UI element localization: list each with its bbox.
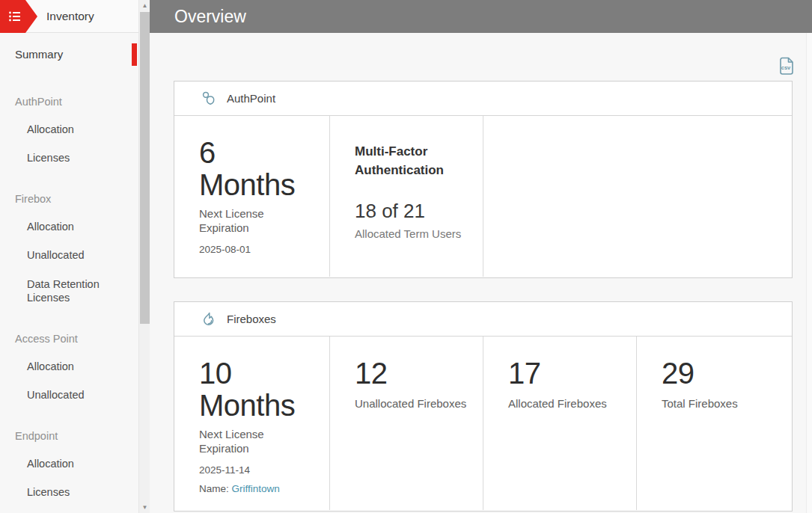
content-scrollbar[interactable] [806,33,812,513]
sidebar-section-access-point: Access Point Allocation Unallocated [0,333,137,402]
allocated-fireboxes-cell: 17 Allocated Fireboxes [483,337,637,510]
inventory-pennant[interactable] [0,0,37,33]
expiration-unit: Months [199,390,316,422]
csv-file-icon: csv [776,55,796,76]
expiration-unit: Months [199,169,316,201]
expiration-number: 6 [199,137,316,169]
sidebar-title: Inventory [46,0,94,33]
authpoint-empty-cell [483,116,792,277]
authpoint-expiration-date: 2025-08-01 [199,244,316,255]
unallocated-fireboxes-value: 12 [355,357,469,390]
sidebar-item-firebox-allocation[interactable]: Allocation [0,220,132,233]
svg-text:csv: csv [781,64,791,71]
fireboxes-expiration-cell: 10 Months Next License Expiration 2025-1… [174,337,330,510]
authpoint-expiration-cell: 6 Months Next License Expiration 2025-08… [174,116,330,277]
sidebar-item-access-point-allocation[interactable]: Allocation [0,360,132,373]
page-title: Overview [150,0,812,33]
selected-indicator [132,43,137,66]
sidebar-item-firebox-unallocated[interactable]: Unallocated [0,248,132,262]
fireboxes-card: Fireboxes 10 Months Next License Expirat… [174,301,793,512]
fireboxes-expiration-date: 2025-11-14 [199,464,316,476]
sidebar-item-firebox-data-retention-licenses[interactable]: Data Retention Licenses [0,277,132,304]
authpoint-users-icon [199,90,217,108]
fireboxes-card-body: 10 Months Next License Expiration 2025-1… [174,337,792,510]
authpoint-expiration-label: Next License Expiration [199,207,293,236]
sidebar-section-firebox: Firebox Allocation Unallocated Data Rete… [0,193,137,304]
fireboxes-card-header: Fireboxes [174,302,792,337]
fireboxes-expiration-value: 10 Months [199,357,316,422]
sidebar-item-summary[interactable]: Summary [0,42,137,67]
total-fireboxes-value: 29 [662,357,778,390]
sidebar-item-endpoint-allocation[interactable]: Allocation [0,457,132,470]
mfa-title: Multi-Factor Authentication [355,143,467,179]
sidebar-scrollbar-thumb[interactable] [140,12,150,324]
authpoint-card-body: 6 Months Next License Expiration 2025-08… [174,116,792,277]
list-menu-icon [6,7,24,25]
total-fireboxes-cell: 29 Total Fireboxes [637,337,792,510]
scroll-up-arrow-icon[interactable]: ▲ [139,0,150,11]
authpoint-card: AuthPoint 6 Months Next License Expirati… [174,81,793,278]
firebox-flame-icon [199,310,217,328]
mfa-label: Allocated Term Users [355,227,469,240]
page-header: Overview [150,0,812,33]
content-area: csv AuthPoint 6 Months Next License Expi… [150,33,812,513]
export-csv-button[interactable]: csv [776,55,796,76]
authpoint-card-header: AuthPoint [174,82,792,116]
sidebar-item-label: Summary [15,48,63,61]
authpoint-mfa-cell: Multi-Factor Authentication 18 of 21 All… [330,116,483,277]
sidebar-scrollbar[interactable]: ▲ ▼ [138,0,150,513]
device-name-link[interactable]: Griffintown [232,483,280,494]
device-name-label: Name: [199,483,229,494]
sidebar-section-label: Endpoint [0,430,137,442]
sidebar-section-endpoint: Endpoint Allocation Licenses [0,430,137,499]
expiration-number: 10 [199,357,316,390]
total-fireboxes-label: Total Fireboxes [662,397,775,411]
sidebar-nav: Summary AuthPoint Allocation Licenses Fi… [0,33,150,499]
authpoint-card-title: AuthPoint [227,92,275,105]
sidebar-header: Inventory [0,0,150,33]
sidebar: Inventory Summary AuthPoint Allocation L… [0,0,150,513]
allocated-fireboxes-value: 17 [508,357,623,390]
fireboxes-expiration-label: Next License Expiration [199,428,293,456]
fireboxes-expiring-device: Name: Griffintown [199,483,316,494]
fireboxes-card-title: Fireboxes [227,313,276,325]
authpoint-expiration-value: 6 Months [199,137,316,201]
mfa-count: 18 of 21 [355,200,469,223]
unallocated-fireboxes-label: Unallocated Fireboxes [355,397,468,411]
sidebar-section-label: AuthPoint [0,96,137,108]
sidebar-section-authpoint: AuthPoint Allocation Licenses [0,96,137,165]
sidebar-item-endpoint-licenses[interactable]: Licenses [0,485,132,499]
unallocated-fireboxes-cell: 12 Unallocated Fireboxes [330,337,483,510]
scroll-down-arrow-icon[interactable]: ▼ [139,502,150,513]
sidebar-item-authpoint-allocation[interactable]: Allocation [0,123,132,136]
sidebar-item-authpoint-licenses[interactable]: Licenses [0,151,132,165]
sidebar-section-label: Access Point [0,333,137,345]
allocated-fireboxes-label: Allocated Fireboxes [508,397,622,411]
sidebar-item-access-point-unallocated[interactable]: Unallocated [0,388,132,402]
sidebar-section-label: Firebox [0,193,137,205]
